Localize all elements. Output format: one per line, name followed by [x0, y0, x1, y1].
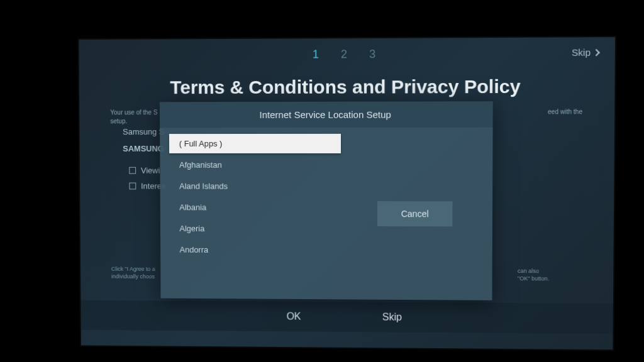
- footer-text-right: can also "OK" button.: [518, 267, 594, 283]
- top-bar: 1 2 3: [79, 47, 615, 62]
- terms-item: SAMSUNG: [123, 144, 165, 153]
- ok-button[interactable]: OK: [287, 311, 301, 322]
- checkbox-icon: [129, 183, 136, 190]
- location-item-algeria[interactable]: Algeria: [170, 219, 341, 239]
- location-item-afghanistan[interactable]: Afghanistan: [169, 155, 341, 175]
- skip-top-label: Skip: [572, 47, 591, 58]
- checkbox-icon: [129, 167, 136, 174]
- terms-list: Samsung S SAMSUNG Viewi Interes: [123, 127, 165, 197]
- step-2[interactable]: 2: [341, 48, 347, 61]
- location-item-andorra[interactable]: Andorra: [170, 240, 341, 260]
- step-indicator: 1 2 3: [313, 48, 375, 62]
- cancel-button[interactable]: Cancel: [377, 201, 453, 226]
- location-modal: Internet Service Location Setup ( Full A…: [160, 101, 493, 300]
- button-bar: OK Skip: [80, 300, 613, 334]
- terms-item: Samsung S: [123, 127, 165, 136]
- location-item-aland-islands[interactable]: Aland Islands: [169, 177, 341, 196]
- location-item-full-apps[interactable]: ( Full Apps ): [169, 134, 341, 153]
- chevron-right-icon: [592, 48, 600, 56]
- skip-top-button[interactable]: Skip: [572, 47, 599, 57]
- page-title: Terms & Conditions and Privacy Policy: [79, 75, 615, 98]
- skip-button[interactable]: Skip: [382, 312, 402, 323]
- step-1[interactable]: 1: [313, 48, 319, 61]
- step-3[interactable]: 3: [369, 48, 375, 61]
- location-list[interactable]: ( Full Apps ) Afghanistan Aland Islands …: [160, 128, 350, 299]
- modal-title: Internet Service Location Setup: [160, 101, 493, 128]
- tv-screen: 1 2 3 Skip Terms & Conditions and Privac…: [77, 36, 616, 351]
- location-item-albania[interactable]: Albania: [169, 197, 341, 217]
